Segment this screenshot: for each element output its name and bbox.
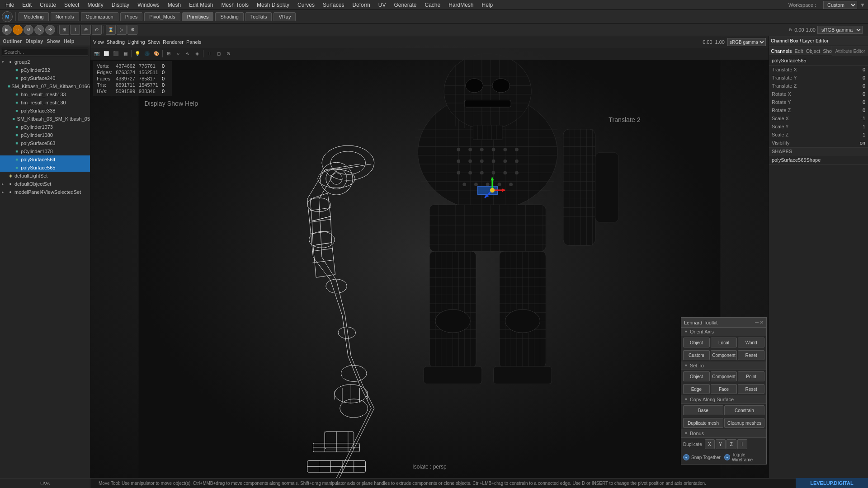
menu-windows[interactable]: Windows <box>134 1 163 9</box>
vp-icon-curves[interactable]: ∿ <box>183 49 192 58</box>
vp-icon-texture[interactable]: 🎨 <box>152 49 161 58</box>
icon-snap-curve[interactable]: ⌇ <box>70 25 80 35</box>
menu-surfaces[interactable]: Surfaces <box>319 1 348 9</box>
tab-optimization[interactable]: Optimization <box>81 12 118 21</box>
orient-local-btn[interactable]: Local <box>711 338 737 347</box>
icon-move[interactable]: ↔ <box>13 25 23 35</box>
tree-item-group2[interactable]: ▾ ● group2 <box>0 58 90 66</box>
gamma-select[interactable]: sRGB gamma <box>817 26 863 34</box>
tab-toolkits[interactable]: Toolkits <box>245 12 272 21</box>
set-to-component-btn[interactable]: Component <box>711 371 737 381</box>
menu-modify[interactable]: Modify <box>84 1 107 9</box>
tree-item-polySurface240[interactable]: ■ polySurface240 <box>0 74 90 82</box>
vp-icon-smooth[interactable]: ⬛ <box>111 49 120 58</box>
visibility-row[interactable]: Visibility on <box>769 139 868 147</box>
vp-icon-select-type[interactable]: ◻ <box>214 49 223 58</box>
rotate-y-row[interactable]: Rotate Y 0 <box>769 98 868 106</box>
rotate-x-row[interactable]: Rotate X 0 <box>769 90 868 98</box>
copy-base-btn[interactable]: Base <box>683 405 723 415</box>
icon-history[interactable]: ⌛ <box>106 25 116 35</box>
vp-icon-hud[interactable]: Ⅱ <box>205 49 214 58</box>
toolkit-close[interactable]: ✕ <box>760 319 764 325</box>
vp-icon-lighting[interactable]: 💡 <box>133 49 142 58</box>
workspace-select[interactable]: CustomDefaultModeling <box>823 1 857 9</box>
bonus-y-btn[interactable]: Y <box>716 439 726 449</box>
tab-channels[interactable]: Channels <box>771 48 792 54</box>
orient-component-btn[interactable]: Component <box>711 350 737 360</box>
icon-snap-point[interactable]: ⊕ <box>81 25 91 35</box>
orient-reset-btn[interactable]: Reset <box>738 350 764 360</box>
rotate-z-row[interactable]: Rotate Z 0 <box>769 106 868 114</box>
tab-primitives[interactable]: Primitives <box>182 12 214 21</box>
tree-item-SM_Kitbash_03[interactable]: ■ SM_Kitbash_03_SM_Kitbash_05 <box>0 115 90 123</box>
set-to-reset-btn[interactable]: Reset <box>738 384 764 394</box>
menu-deform[interactable]: Deform <box>349 1 373 9</box>
lighting-menu[interactable]: Lighting <box>127 39 145 45</box>
menu-mesh[interactable]: Mesh <box>164 1 184 9</box>
menu-file[interactable]: File <box>2 1 18 9</box>
menu-mesh-display[interactable]: Mesh Display <box>253 1 293 9</box>
menu-uv[interactable]: UV <box>375 1 390 9</box>
vp-icon-wire[interactable]: ⬜ <box>102 49 111 58</box>
vp-icon-isolate[interactable]: ⊙ <box>224 49 233 58</box>
icon-snap-view[interactable]: ⊙ <box>92 25 102 35</box>
menu-edit-mesh[interactable]: Edit Mesh <box>185 1 217 9</box>
orient-world-btn[interactable]: World <box>738 338 764 347</box>
tab-modeling[interactable]: Modeling <box>19 12 49 21</box>
toolkit-minimize[interactable]: ─ <box>755 319 759 325</box>
tree-item-polySurface338[interactable]: ■ polySurface338 <box>0 107 90 115</box>
icon-select[interactable]: ▶ <box>2 25 12 35</box>
tab-object[interactable]: Object <box>806 48 820 54</box>
tree-item-SM_Kitbash_07[interactable]: ■ SM_Kitbash_07_SM_Kitbash_0166 <box>0 82 90 90</box>
tree-item-polySurface565[interactable]: ■ polySurface565 <box>0 164 90 172</box>
tree-item-hm_result_mesh130[interactable]: ■ hm_result_mesh130 <box>0 99 90 107</box>
scale-z-row[interactable]: Scale Z 1 <box>769 131 868 139</box>
vp-icon-joints[interactable]: ○ <box>174 49 183 58</box>
scale-y-row[interactable]: Scale Y 1 <box>769 122 868 131</box>
app-icon[interactable]: M <box>2 11 13 22</box>
vp-icon-shadows[interactable]: 🌑 <box>142 49 151 58</box>
menu-mesh-tools[interactable]: Mesh Tools <box>218 1 252 9</box>
copy-along-surface-section[interactable]: ▼ Copy Along Surface <box>681 395 766 404</box>
set-to-section[interactable]: ▼ Set To <box>681 361 766 370</box>
vp-icon-flat[interactable]: ▦ <box>121 49 130 58</box>
show-menu[interactable]: Show <box>148 39 160 45</box>
vp-icon-deformers[interactable]: ◈ <box>193 49 202 58</box>
duplicate-mesh-btn[interactable]: Duplicate mesh <box>683 418 723 428</box>
menu-help[interactable]: Help <box>478 1 497 9</box>
attribute-editor-tab[interactable]: Attribute Editor <box>832 46 868 56</box>
tree-item-polySurface563[interactable]: ■ polySurface563 <box>0 139 90 147</box>
menu-display[interactable]: Display <box>108 1 133 9</box>
tab-vray[interactable]: VRay <box>274 12 296 21</box>
tree-item-defaultLightSet[interactable]: ◈ defaultLightSet <box>0 172 90 180</box>
tree-item-modelPanel4ViewSelectedSet[interactable]: ▸ ● modelPanel4ViewSelectedSet <box>0 188 90 196</box>
toggle-wireframe-btn[interactable]: ● Toggle Wireframe <box>724 452 764 462</box>
tree-item-hm_result_mesh133[interactable]: ■ hm_result_mesh133 <box>0 90 90 99</box>
tab-pivot-mods[interactable]: Pivot_Mods <box>144 12 180 21</box>
tab-edit[interactable]: Edit <box>794 48 803 54</box>
search-input[interactable] <box>2 48 88 56</box>
icon-snap-grid[interactable]: ⊞ <box>59 25 69 35</box>
bonus-section[interactable]: ▼ Bonus <box>681 429 766 438</box>
tree-item-pCylinder1073[interactable]: ■ pCylinder1073 <box>0 123 90 131</box>
icon-scale[interactable]: ⤡ <box>34 25 44 35</box>
workspace-expand-icon[interactable]: ▼ <box>859 1 866 9</box>
translate-x-row[interactable]: Translate X 0 <box>769 66 868 74</box>
menu-create[interactable]: Create <box>36 1 60 9</box>
menu-hardmesh[interactable]: HardMesh <box>445 1 477 9</box>
vp-icon-camera[interactable]: 📷 <box>92 49 101 58</box>
tree-item-defaultObjectSet[interactable]: ▸ ● defaultObjectSet <box>0 180 90 188</box>
tab-shading[interactable]: Shading <box>215 12 243 21</box>
tree-item-pCylinder1080[interactable]: ■ pCylinder1080 <box>0 131 90 139</box>
view-menu[interactable]: View <box>93 39 104 45</box>
orient-custom-btn[interactable]: Custom <box>683 350 710 360</box>
menu-edit[interactable]: Edit <box>19 1 35 9</box>
tab-normals[interactable]: Normals <box>51 12 79 21</box>
menu-cache[interactable]: Cache <box>421 1 444 9</box>
outliner-help[interactable]: Help <box>64 38 75 44</box>
icon-universal[interactable]: ✛ <box>45 25 55 35</box>
icon-rotate[interactable]: ↺ <box>24 25 33 35</box>
menu-generate[interactable]: Generate <box>390 1 420 9</box>
set-to-face-btn[interactable]: Face <box>711 384 737 394</box>
icon-render[interactable]: ▷ <box>117 25 127 35</box>
